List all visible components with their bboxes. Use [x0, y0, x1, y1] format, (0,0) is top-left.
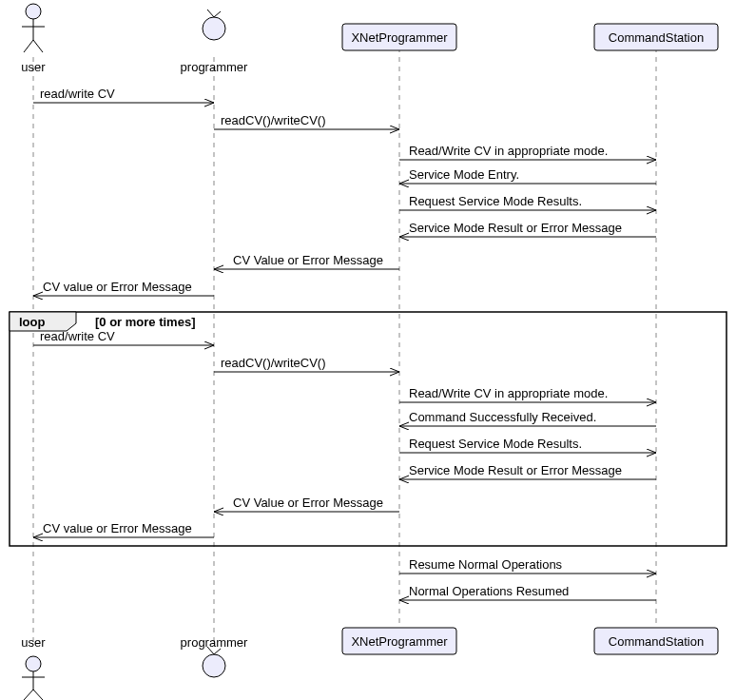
loop-msg-5-label: Request Service Mode Results. — [409, 437, 582, 451]
participant-cs-top: CommandStation — [594, 24, 718, 50]
loop-msg-2-label: readCV()/writeCV() — [221, 356, 326, 370]
control-programmer-top: programmer — [181, 10, 248, 74]
msg-f1-label: Resume Normal Operations — [409, 557, 563, 572]
participant-xnet-bottom: XNetProgrammer — [342, 628, 456, 654]
label-programmer-bottom: programmer — [181, 635, 248, 650]
msg-f2-label: Normal Operations Resumed — [409, 584, 569, 598]
loop-fragment — [10, 312, 726, 546]
loop-msg-6-label: Service Mode Result or Error Message — [409, 463, 622, 477]
participant-cs-bottom: CommandStation — [594, 628, 718, 654]
loop-msg-7-label: CV Value or Error Message — [233, 496, 383, 510]
loop-label: loop — [19, 315, 45, 329]
participant-xnet-top: XNetProgrammer — [342, 24, 456, 50]
label-user-top: user — [21, 60, 46, 74]
label-xnet-bottom: XNetProgrammer — [351, 634, 448, 649]
msg-6-label: Service Mode Result or Error Message — [409, 221, 622, 235]
svg-line-12 — [33, 690, 43, 700]
loop-msg-1-label: read/write CV — [40, 329, 115, 343]
msg-5-label: Request Service Mode Results. — [409, 194, 582, 208]
sequence-diagram: user programmer XNetProgrammer CommandSt… — [0, 0, 736, 700]
loop-msg-8-label: CV value or Error Message — [43, 521, 192, 535]
label-programmer-top: programmer — [181, 60, 248, 74]
svg-point-13 — [203, 654, 225, 677]
msg-4-label: Service Mode Entry. — [409, 167, 519, 182]
msg-8-label: CV value or Error Message — [43, 280, 192, 294]
label-cs-bottom: CommandStation — [609, 634, 704, 649]
label-user-bottom: user — [21, 635, 46, 650]
loop-condition: [0 or more times] — [95, 315, 195, 329]
control-programmer-bottom: programmer — [181, 635, 248, 677]
svg-point-8 — [26, 656, 41, 671]
label-xnet-top: XNetProgrammer — [351, 30, 448, 45]
loop-msg-3-label: Read/Write CV in appropriate mode. — [409, 386, 608, 400]
svg-line-3 — [24, 40, 33, 52]
actor-user-bottom: user — [21, 635, 46, 700]
svg-point-5 — [203, 17, 225, 40]
loop-msg-4-label: Command Successfully Received. — [409, 410, 596, 424]
msg-7-label: CV Value or Error Message — [233, 253, 383, 267]
svg-point-0 — [26, 4, 41, 19]
svg-line-4 — [33, 40, 43, 52]
msg-2-label: readCV()/writeCV() — [221, 113, 326, 127]
label-cs-top: CommandStation — [609, 30, 704, 45]
msg-3-label: Read/Write CV in appropriate mode. — [409, 144, 608, 158]
svg-line-11 — [24, 690, 33, 700]
actor-user-top: user — [21, 4, 46, 74]
msg-1-label: read/write CV — [40, 87, 115, 101]
